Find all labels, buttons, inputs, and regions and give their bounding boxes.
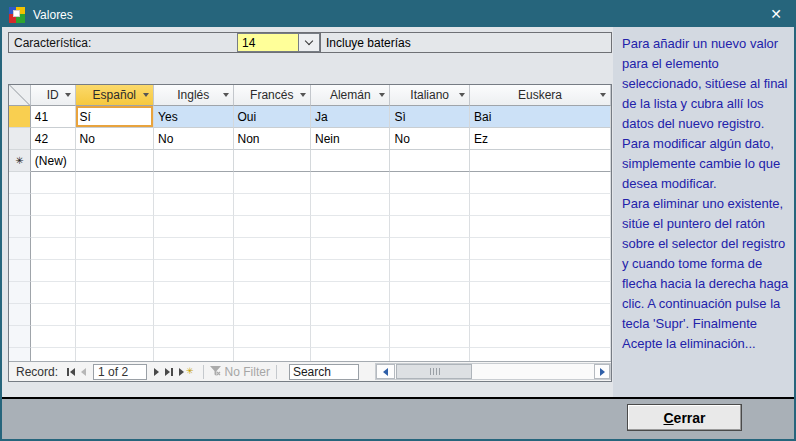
cell-id-new[interactable]: (New) <box>31 150 76 172</box>
cell-ingles[interactable]: Yes <box>154 106 233 128</box>
empty-row <box>9 304 611 326</box>
cell-aleman[interactable] <box>311 150 390 172</box>
scroll-right-button[interactable] <box>594 364 610 379</box>
record-selector[interactable] <box>9 128 31 150</box>
caracteristica-dropdown-button[interactable] <box>299 33 320 52</box>
cell-euskera[interactable]: Ez <box>470 128 611 150</box>
empty-row <box>9 238 611 260</box>
cell-italiano[interactable]: Sì <box>390 106 469 128</box>
cell-espanol[interactable] <box>76 150 154 172</box>
new-record-button[interactable]: ✳ <box>179 367 194 376</box>
footer-bar: Cerrar <box>2 399 794 439</box>
cell-italiano[interactable]: No <box>390 128 469 150</box>
empty-row <box>9 172 611 194</box>
sort-dropdown-icon[interactable] <box>379 93 385 97</box>
cell-euskera[interactable] <box>470 150 611 172</box>
empty-row <box>9 194 611 216</box>
horizontal-scrollbar[interactable] <box>375 363 611 380</box>
help-panel: Para añadir un nuevo valor para el eleme… <box>613 27 794 397</box>
scrollbar-thumb[interactable] <box>396 364 472 379</box>
cell-id[interactable]: 41 <box>31 106 76 128</box>
record-position[interactable]: 1 of 2 <box>93 364 147 380</box>
column-header-aleman[interactable]: Alemán <box>311 85 390 106</box>
next-record-button[interactable] <box>154 368 159 376</box>
sort-dropdown-icon[interactable] <box>65 93 71 97</box>
empty-row <box>9 260 611 282</box>
search-input[interactable] <box>289 364 359 380</box>
caracteristica-description-field[interactable]: Incluye baterías <box>320 33 611 52</box>
cell-espanol-current[interactable]: Sí <box>76 106 154 128</box>
cell-frances[interactable]: Non <box>234 128 311 150</box>
valores-dialog: Valores ✕ Característica: 14 Incluye bat… <box>0 0 796 441</box>
scroll-left-button[interactable] <box>376 364 395 379</box>
column-header-frances[interactable]: Francés <box>234 85 311 106</box>
new-record-row: ✳ (New) <box>9 150 611 172</box>
cell-frances[interactable] <box>234 150 311 172</box>
column-header-ingles[interactable]: Inglés <box>154 85 233 106</box>
empty-row <box>9 216 611 238</box>
caracteristica-row: Característica: 14 Incluye baterías <box>8 32 612 53</box>
app-icon <box>9 7 25 23</box>
cell-ingles[interactable]: No <box>154 128 233 150</box>
previous-record-button[interactable] <box>81 368 86 376</box>
new-record-star-icon: ✳ <box>186 367 194 376</box>
sort-dropdown-icon[interactable] <box>143 93 149 97</box>
cell-frances[interactable]: Oui <box>234 106 311 128</box>
filter-funnel-icon <box>210 366 221 377</box>
cell-espanol[interactable]: No <box>76 128 154 150</box>
sort-dropdown-icon[interactable] <box>300 93 306 97</box>
chevron-down-icon <box>305 37 313 45</box>
sort-dropdown-icon[interactable] <box>600 93 606 97</box>
header-row: ID Español Inglés Francés Alemán Italian… <box>9 85 611 106</box>
record-selector-current[interactable] <box>9 106 31 128</box>
new-record-selector[interactable]: ✳ <box>9 150 31 172</box>
caracteristica-value-field[interactable]: 14 <box>237 33 299 52</box>
sort-dropdown-icon[interactable] <box>223 93 229 97</box>
first-record-button[interactable] <box>67 368 75 376</box>
sort-dropdown-icon[interactable] <box>459 93 465 97</box>
cell-ingles[interactable] <box>154 150 233 172</box>
title-bar: Valores ✕ <box>2 2 794 27</box>
column-header-italiano[interactable]: Italiano <box>390 85 469 106</box>
cell-euskera[interactable]: Bai <box>470 106 611 128</box>
close-dialog-button[interactable]: Cerrar <box>627 404 742 431</box>
close-icon[interactable]: ✕ <box>770 5 782 23</box>
window-title: Valores <box>33 8 73 22</box>
values-datasheet: ID Español Inglés Francés Alemán Italian… <box>8 84 612 382</box>
cell-aleman[interactable]: Ja <box>311 106 390 128</box>
caracteristica-label: Característica: <box>9 33 237 52</box>
no-filter-button[interactable]: No Filter <box>210 365 270 379</box>
record-navigator: Record: 1 of 2 ✳ No Filter <box>9 361 611 381</box>
empty-row <box>9 282 611 304</box>
record-label: Record: <box>16 365 58 379</box>
cell-id[interactable]: 42 <box>31 128 76 150</box>
column-header-espanol[interactable]: Español <box>76 85 154 106</box>
empty-row <box>9 326 611 348</box>
table-row: 41 Sí Yes Oui Ja Sì Bai <box>9 106 611 128</box>
table-row: 42 No No Non Nein No Ez <box>9 128 611 150</box>
new-record-asterisk-icon: ✳ <box>15 156 23 166</box>
select-all-corner[interactable] <box>9 85 31 106</box>
cell-aleman[interactable]: Nein <box>311 128 390 150</box>
cell-italiano[interactable] <box>390 150 469 172</box>
help-text: Para añadir un nuevo valor para el eleme… <box>613 27 794 354</box>
column-header-euskera[interactable]: Euskera <box>470 85 611 106</box>
last-record-button[interactable] <box>165 368 173 376</box>
column-header-id[interactable]: ID <box>31 85 76 106</box>
